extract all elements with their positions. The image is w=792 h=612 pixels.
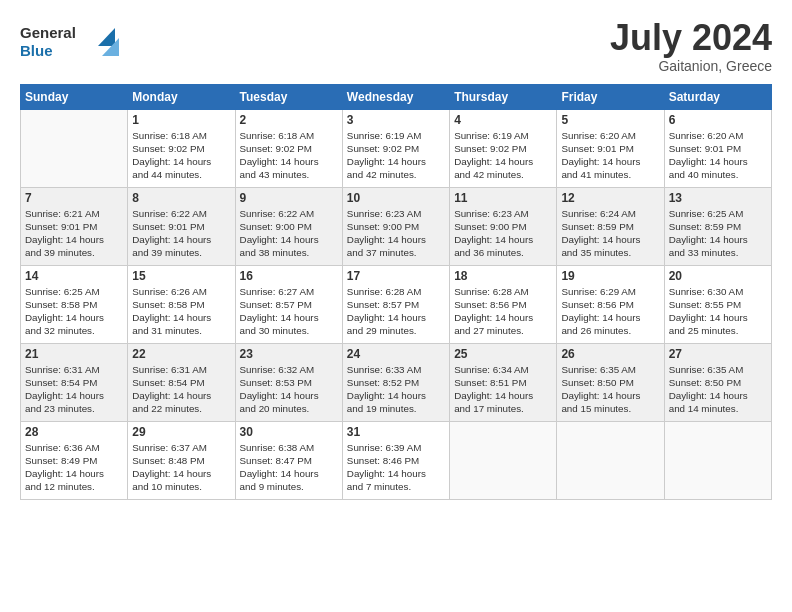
day-number: 3: [347, 113, 445, 127]
calendar-week-row: 21Sunrise: 6:31 AMSunset: 8:54 PMDayligh…: [21, 343, 772, 421]
day-info: Sunrise: 6:33 AMSunset: 8:52 PMDaylight:…: [347, 363, 445, 416]
day-info: Sunrise: 6:38 AMSunset: 8:47 PMDaylight:…: [240, 441, 338, 494]
logo: General Blue: [20, 18, 130, 66]
weekday-header-monday: Monday: [128, 84, 235, 109]
calendar-day-23: 23Sunrise: 6:32 AMSunset: 8:53 PMDayligh…: [235, 343, 342, 421]
calendar-day-31: 31Sunrise: 6:39 AMSunset: 8:46 PMDayligh…: [342, 421, 449, 499]
day-number: 26: [561, 347, 659, 361]
calendar-day-18: 18Sunrise: 6:28 AMSunset: 8:56 PMDayligh…: [450, 265, 557, 343]
day-number: 2: [240, 113, 338, 127]
calendar-day-3: 3Sunrise: 6:19 AMSunset: 9:02 PMDaylight…: [342, 109, 449, 187]
calendar-empty-cell: [664, 421, 771, 499]
svg-marker-2: [98, 28, 115, 46]
day-info: Sunrise: 6:19 AMSunset: 9:02 PMDaylight:…: [347, 129, 445, 182]
day-number: 10: [347, 191, 445, 205]
day-number: 8: [132, 191, 230, 205]
calendar-day-10: 10Sunrise: 6:23 AMSunset: 9:00 PMDayligh…: [342, 187, 449, 265]
day-info: Sunrise: 6:20 AMSunset: 9:01 PMDaylight:…: [561, 129, 659, 182]
day-info: Sunrise: 6:21 AMSunset: 9:01 PMDaylight:…: [25, 207, 123, 260]
day-info: Sunrise: 6:26 AMSunset: 8:58 PMDaylight:…: [132, 285, 230, 338]
weekday-header-row: SundayMondayTuesdayWednesdayThursdayFrid…: [21, 84, 772, 109]
day-info: Sunrise: 6:23 AMSunset: 9:00 PMDaylight:…: [454, 207, 552, 260]
day-number: 30: [240, 425, 338, 439]
day-number: 31: [347, 425, 445, 439]
day-number: 23: [240, 347, 338, 361]
calendar-empty-cell: [21, 109, 128, 187]
calendar-day-29: 29Sunrise: 6:37 AMSunset: 8:48 PMDayligh…: [128, 421, 235, 499]
calendar-day-4: 4Sunrise: 6:19 AMSunset: 9:02 PMDaylight…: [450, 109, 557, 187]
day-number: 17: [347, 269, 445, 283]
day-number: 11: [454, 191, 552, 205]
day-info: Sunrise: 6:18 AMSunset: 9:02 PMDaylight:…: [132, 129, 230, 182]
day-number: 6: [669, 113, 767, 127]
day-number: 18: [454, 269, 552, 283]
day-info: Sunrise: 6:20 AMSunset: 9:01 PMDaylight:…: [669, 129, 767, 182]
day-info: Sunrise: 6:35 AMSunset: 8:50 PMDaylight:…: [561, 363, 659, 416]
day-number: 5: [561, 113, 659, 127]
page: General Blue July 2024 Gaitanion, Greece…: [0, 0, 792, 510]
weekday-header-friday: Friday: [557, 84, 664, 109]
calendar-day-24: 24Sunrise: 6:33 AMSunset: 8:52 PMDayligh…: [342, 343, 449, 421]
calendar-table: SundayMondayTuesdayWednesdayThursdayFrid…: [20, 84, 772, 500]
day-info: Sunrise: 6:24 AMSunset: 8:59 PMDaylight:…: [561, 207, 659, 260]
day-info: Sunrise: 6:23 AMSunset: 9:00 PMDaylight:…: [347, 207, 445, 260]
calendar-day-12: 12Sunrise: 6:24 AMSunset: 8:59 PMDayligh…: [557, 187, 664, 265]
day-number: 22: [132, 347, 230, 361]
day-number: 14: [25, 269, 123, 283]
calendar-day-19: 19Sunrise: 6:29 AMSunset: 8:56 PMDayligh…: [557, 265, 664, 343]
day-number: 27: [669, 347, 767, 361]
calendar-day-1: 1Sunrise: 6:18 AMSunset: 9:02 PMDaylight…: [128, 109, 235, 187]
day-number: 4: [454, 113, 552, 127]
svg-text:Blue: Blue: [20, 42, 53, 59]
day-info: Sunrise: 6:31 AMSunset: 8:54 PMDaylight:…: [25, 363, 123, 416]
calendar-day-30: 30Sunrise: 6:38 AMSunset: 8:47 PMDayligh…: [235, 421, 342, 499]
weekday-header-tuesday: Tuesday: [235, 84, 342, 109]
header: General Blue July 2024 Gaitanion, Greece: [20, 18, 772, 74]
day-number: 24: [347, 347, 445, 361]
day-info: Sunrise: 6:36 AMSunset: 8:49 PMDaylight:…: [25, 441, 123, 494]
day-info: Sunrise: 6:19 AMSunset: 9:02 PMDaylight:…: [454, 129, 552, 182]
calendar-day-5: 5Sunrise: 6:20 AMSunset: 9:01 PMDaylight…: [557, 109, 664, 187]
calendar-day-8: 8Sunrise: 6:22 AMSunset: 9:01 PMDaylight…: [128, 187, 235, 265]
day-info: Sunrise: 6:28 AMSunset: 8:56 PMDaylight:…: [454, 285, 552, 338]
day-info: Sunrise: 6:28 AMSunset: 8:57 PMDaylight:…: [347, 285, 445, 338]
calendar-day-16: 16Sunrise: 6:27 AMSunset: 8:57 PMDayligh…: [235, 265, 342, 343]
day-info: Sunrise: 6:27 AMSunset: 8:57 PMDaylight:…: [240, 285, 338, 338]
weekday-header-sunday: Sunday: [21, 84, 128, 109]
calendar-day-26: 26Sunrise: 6:35 AMSunset: 8:50 PMDayligh…: [557, 343, 664, 421]
calendar-day-17: 17Sunrise: 6:28 AMSunset: 8:57 PMDayligh…: [342, 265, 449, 343]
logo-text: General Blue: [20, 18, 130, 66]
day-number: 29: [132, 425, 230, 439]
day-info: Sunrise: 6:35 AMSunset: 8:50 PMDaylight:…: [669, 363, 767, 416]
day-number: 9: [240, 191, 338, 205]
calendar-day-20: 20Sunrise: 6:30 AMSunset: 8:55 PMDayligh…: [664, 265, 771, 343]
calendar-week-row: 7Sunrise: 6:21 AMSunset: 9:01 PMDaylight…: [21, 187, 772, 265]
day-info: Sunrise: 6:25 AMSunset: 8:58 PMDaylight:…: [25, 285, 123, 338]
calendar-week-row: 28Sunrise: 6:36 AMSunset: 8:49 PMDayligh…: [21, 421, 772, 499]
calendar-day-11: 11Sunrise: 6:23 AMSunset: 9:00 PMDayligh…: [450, 187, 557, 265]
calendar-day-22: 22Sunrise: 6:31 AMSunset: 8:54 PMDayligh…: [128, 343, 235, 421]
day-info: Sunrise: 6:30 AMSunset: 8:55 PMDaylight:…: [669, 285, 767, 338]
day-number: 12: [561, 191, 659, 205]
svg-text:General: General: [20, 24, 76, 41]
day-info: Sunrise: 6:22 AMSunset: 9:00 PMDaylight:…: [240, 207, 338, 260]
day-info: Sunrise: 6:39 AMSunset: 8:46 PMDaylight:…: [347, 441, 445, 494]
calendar-day-9: 9Sunrise: 6:22 AMSunset: 9:00 PMDaylight…: [235, 187, 342, 265]
day-info: Sunrise: 6:37 AMSunset: 8:48 PMDaylight:…: [132, 441, 230, 494]
calendar-day-27: 27Sunrise: 6:35 AMSunset: 8:50 PMDayligh…: [664, 343, 771, 421]
day-info: Sunrise: 6:34 AMSunset: 8:51 PMDaylight:…: [454, 363, 552, 416]
day-number: 19: [561, 269, 659, 283]
day-number: 7: [25, 191, 123, 205]
calendar-empty-cell: [450, 421, 557, 499]
calendar-empty-cell: [557, 421, 664, 499]
day-number: 15: [132, 269, 230, 283]
calendar-day-6: 6Sunrise: 6:20 AMSunset: 9:01 PMDaylight…: [664, 109, 771, 187]
day-info: Sunrise: 6:31 AMSunset: 8:54 PMDaylight:…: [132, 363, 230, 416]
day-info: Sunrise: 6:25 AMSunset: 8:59 PMDaylight:…: [669, 207, 767, 260]
calendar-day-28: 28Sunrise: 6:36 AMSunset: 8:49 PMDayligh…: [21, 421, 128, 499]
day-number: 1: [132, 113, 230, 127]
day-number: 25: [454, 347, 552, 361]
day-number: 28: [25, 425, 123, 439]
month-year-title: July 2024: [610, 18, 772, 58]
calendar-day-2: 2Sunrise: 6:18 AMSunset: 9:02 PMDaylight…: [235, 109, 342, 187]
